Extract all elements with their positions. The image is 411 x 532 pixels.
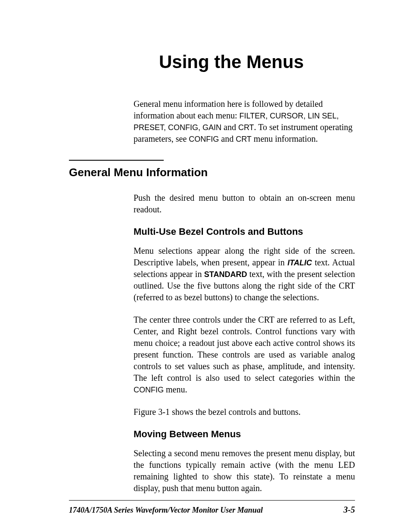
- footer-page-number: 3-5: [343, 505, 355, 515]
- footer-manual-title: 1740A/1750A Series Waveform/Vector Monit…: [69, 506, 263, 515]
- bezel-p2b: menu.: [164, 385, 187, 394]
- intro-text-4: and: [219, 134, 236, 143]
- bezel-p2a: The center three controls under the CRT …: [134, 315, 355, 383]
- bezel-para-2: The center three controls under the CRT …: [134, 314, 355, 395]
- subsection-heading-moving: Moving Between Menus: [134, 429, 355, 440]
- page-footer: 1740A/1750A Series Waveform/Vector Monit…: [69, 500, 355, 515]
- bezel-para-3: Figure 3-1 shows the bezel controls and …: [134, 406, 355, 418]
- general-para-1: Push the desired menu button to obtain a…: [134, 192, 355, 215]
- bezel-config: CONFIG: [134, 386, 164, 394]
- intro-crt: CRT: [238, 123, 254, 132]
- intro-text-5: menu information.: [252, 134, 318, 143]
- bezel-para-1: Menu selections appear along the right s…: [134, 245, 355, 303]
- intro-config: CONFIG: [189, 135, 219, 143]
- italic-label: ITALIC: [287, 258, 312, 267]
- moving-para-1: Selecting a second menu removes the pres…: [134, 448, 355, 494]
- section-divider: [69, 160, 164, 161]
- subsection-heading-bezel: Multi-Use Bezel Controls and Buttons: [134, 226, 355, 237]
- section-heading-general: General Menu Information: [69, 166, 355, 179]
- intro-crt2: CRT: [236, 135, 252, 143]
- intro-text-2: and: [221, 122, 238, 132]
- intro-paragraph: General menu information here is followe…: [134, 98, 355, 145]
- standard-label: STANDARD: [204, 270, 247, 279]
- page-title: Using the Menus: [108, 52, 355, 72]
